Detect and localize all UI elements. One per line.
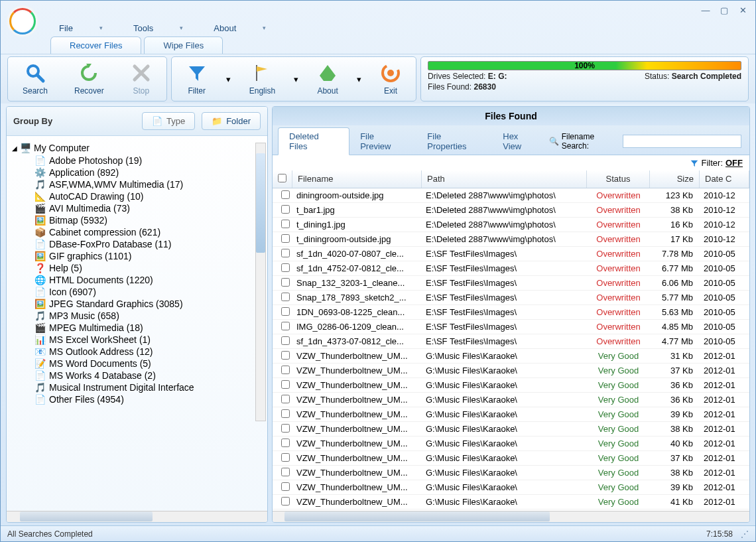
row-checkbox[interactable] [281, 220, 290, 228]
row-checkbox[interactable] [281, 453, 290, 462]
tree-item[interactable]: 🎵Musical Instrument Digital Interface [9, 381, 265, 393]
tree-item[interactable]: 📐AutoCAD Drawing (10) [9, 190, 265, 202]
table-row[interactable]: 1DN_0693-08-1225_clean... E:\SF TestFile… [273, 305, 749, 320]
table-row[interactable]: VZW_Thunderboltnew_UM... G:\Music Files\… [273, 466, 749, 480]
close-button[interactable]: ✕ [734, 4, 751, 16]
table-row[interactable]: VZW_Thunderboltnew_UM... G:\Music Files\… [273, 364, 749, 378]
table-row[interactable]: VZW_Thunderboltnew_UM... G:\Music Files\… [273, 393, 749, 407]
row-checkbox[interactable] [281, 351, 290, 360]
groupby-type-button[interactable]: 📄Type [142, 112, 195, 130]
tab-file-preview[interactable]: File Preview [349, 128, 416, 155]
table-row[interactable]: sf_1dn_4752-07-0812_cle... E:\SF TestFil… [273, 261, 749, 276]
row-checkbox[interactable] [281, 439, 290, 447]
table-row[interactable]: VZW_Thunderboltnew_UM... G:\Music Files\… [273, 451, 749, 466]
tab-file-properties[interactable]: File Properties [416, 128, 492, 155]
row-checkbox[interactable] [281, 322, 290, 330]
row-checkbox[interactable] [281, 395, 290, 403]
row-checkbox[interactable] [281, 366, 290, 374]
table-row[interactable]: sf_1dn_4373-07-0812_cle... E:\SF TestFil… [273, 334, 749, 349]
row-checkbox[interactable] [281, 468, 290, 476]
row-checkbox[interactable] [281, 497, 290, 506]
table-row[interactable]: diningroom-outside.jpg E:\Deleted 2887\w… [273, 188, 749, 203]
table-row[interactable]: VZW_Thunderboltnew_UM... G:\Music Files\… [273, 378, 749, 393]
col-filename[interactable]: Filename [292, 170, 422, 188]
about-button[interactable]: About [305, 60, 350, 98]
table-row[interactable]: VZW_Thunderboltnew_UM... G:\Music Files\… [273, 437, 749, 451]
row-checkbox[interactable] [281, 380, 290, 389]
col-date[interactable]: Date C [700, 170, 749, 188]
exit-button[interactable]: Exit [368, 60, 413, 98]
tree-item[interactable]: 📄Other Files (4954) [9, 393, 265, 405]
filter-button[interactable]: Filter [174, 60, 220, 98]
table-hscroll[interactable] [273, 511, 749, 522]
tree-item[interactable]: 📦Cabinet compression (621) [9, 226, 265, 238]
col-size[interactable]: Size [650, 170, 700, 188]
tree-item[interactable]: ❓Help (5) [9, 262, 265, 274]
resize-grip[interactable]: ⋰ [741, 529, 749, 539]
tab-recover-files[interactable]: Recover Files [50, 36, 141, 54]
tree-item[interactable]: 📝MS Word Documents (5) [9, 358, 265, 370]
tree-scrollbar[interactable] [255, 143, 266, 421]
row-checkbox[interactable] [281, 234, 290, 243]
row-checkbox[interactable] [281, 293, 290, 301]
recover-button[interactable]: Recover [62, 60, 116, 98]
tree-item[interactable]: 📄MS Works 4 Database (2) [9, 370, 265, 381]
about-dropdown[interactable]: ▾ [353, 60, 365, 98]
tree-item[interactable]: 📧MS Outlook Address (12) [9, 346, 265, 358]
table-row[interactable]: t_dining1.jpg E:\Deleted 2887\www\img\ph… [273, 218, 749, 232]
tree-item[interactable]: 📄Adobe Photoshop (19) [9, 155, 265, 167]
table-row[interactable]: VZW_Thunderboltnew_UM... G:\Music Files\… [273, 422, 749, 437]
table-row[interactable]: Snap_178_7893_sketch2_... E:\SF TestFile… [273, 291, 749, 305]
language-button[interactable]: English [237, 60, 287, 98]
row-checkbox[interactable] [281, 336, 290, 345]
tree-item[interactable]: 📄Icon (6907) [9, 286, 265, 298]
col-status[interactable]: Status [587, 170, 650, 188]
table-row[interactable]: VZW_Thunderboltnew_UM... G:\Music Files\… [273, 407, 749, 422]
row-checkbox[interactable] [281, 482, 290, 491]
tree-item[interactable]: 🖼️GIF graphics (1101) [9, 250, 265, 262]
table-row[interactable]: t_bar1.jpg E:\Deleted 2887\www\img\photo… [273, 203, 749, 218]
tree-item[interactable]: 🎬MPEG Multimedia (18) [9, 322, 265, 334]
tree-root[interactable]: ◢ 🖥️ My Computer [9, 141, 265, 155]
col-path[interactable]: Path [422, 170, 587, 188]
search-input[interactable] [623, 135, 741, 148]
row-checkbox[interactable] [281, 205, 290, 214]
minimize-button[interactable]: — [697, 4, 714, 16]
collapse-icon[interactable]: ◢ [12, 145, 17, 152]
row-checkbox[interactable] [281, 249, 290, 257]
table-row[interactable]: sf_1dn_4020-07-0807_cle... E:\SF TestFil… [273, 247, 749, 261]
select-all-checkbox[interactable] [278, 174, 286, 182]
menu-about[interactable]: About▾ [208, 22, 271, 34]
tree-item[interactable]: ⚙️Application (892) [9, 167, 265, 178]
table-row[interactable]: VZW_Thunderboltnew_UM... G:\Music Files\… [273, 495, 749, 509]
tab-wipe-files[interactable]: Wipe Files [144, 36, 223, 54]
tab-deleted-files[interactable]: Deleted Files [278, 127, 349, 155]
maximize-button[interactable]: ▢ [716, 4, 733, 16]
search-button[interactable]: Search [11, 60, 60, 98]
tree-item[interactable]: 🖼️JPEG Standard Graphics (3085) [9, 298, 265, 310]
row-checkbox[interactable] [281, 278, 290, 287]
filter-toggle[interactable]: OFF [725, 158, 743, 168]
tree-hscroll[interactable] [7, 511, 267, 522]
tree-item[interactable]: 🖼️Bitmap (5932) [9, 214, 265, 226]
filter-dropdown[interactable]: ▾ [222, 60, 235, 98]
tree-item[interactable]: 📄DBase-FoxPro Database (11) [9, 238, 265, 250]
row-checkbox[interactable] [281, 263, 290, 272]
tree-item[interactable]: 🎬AVI Multimedia (73) [9, 202, 265, 214]
table-row[interactable]: VZW_Thunderboltnew_UM... G:\Music Files\… [273, 480, 749, 495]
table-row[interactable]: Snap_132_3203-1_cleane... E:\SF TestFile… [273, 276, 749, 291]
tree-item[interactable]: 🎵ASF,WMA,WMV Multimedia (17) [9, 178, 265, 190]
tree-item[interactable]: 📊MS Excel WorkSheet (1) [9, 334, 265, 346]
tab-hex-view[interactable]: Hex View [492, 128, 548, 155]
table-row[interactable]: VZW_Thunderboltnew_UM... G:\Music Files\… [273, 349, 749, 364]
menu-tools[interactable]: Tools▾ [128, 22, 188, 34]
groupby-folder-button[interactable]: 📁Folder [202, 112, 261, 130]
row-checkbox[interactable] [281, 307, 290, 316]
tree-item[interactable]: 🎵MP3 Music (658) [9, 310, 265, 322]
table-row[interactable]: t_diningroom-outside.jpg E:\Deleted 2887… [273, 232, 749, 247]
language-dropdown[interactable]: ▾ [290, 60, 302, 98]
menu-file[interactable]: File▾ [54, 22, 108, 34]
row-checkbox[interactable] [281, 409, 290, 418]
row-checkbox[interactable] [281, 424, 290, 433]
table-row[interactable]: IMG_0286-06-1209_clean... E:\SF TestFile… [273, 320, 749, 334]
